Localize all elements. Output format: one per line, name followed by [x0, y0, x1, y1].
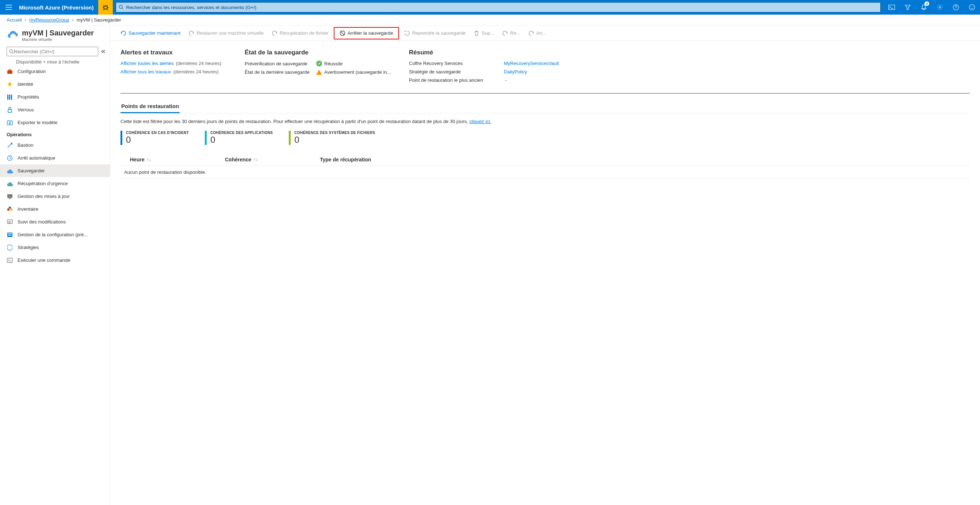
- preview-bug-button[interactable]: [98, 0, 113, 14]
- sidebar-item-label: Configuration: [18, 69, 46, 74]
- svg-point-6: [971, 6, 972, 7]
- button-label: Sup...: [482, 30, 494, 36]
- search-icon: [116, 5, 126, 10]
- counter-label: COHÉRENCE DES SYSTÈMES DE FICHIERS: [294, 131, 375, 135]
- search-icon: [9, 49, 14, 54]
- undo-icon: [528, 30, 534, 36]
- col-time[interactable]: Heure: [130, 157, 145, 162]
- restore-button: Re...: [498, 27, 523, 39]
- restore-points-table-header: Heure ↑↓ Cohérence ↑↓ Type de récupérati…: [121, 154, 970, 166]
- oldest-label: Point de restauration le plus ancien: [409, 77, 483, 83]
- toolbox-icon: [6, 68, 13, 75]
- svg-rect-26: [8, 233, 12, 234]
- sidebar-item-change-tracking[interactable]: Suivi des modifications: [0, 215, 110, 228]
- sidebar-item-cutoff[interactable]: Disponibilité + mise à l'échelle: [0, 59, 110, 65]
- content-area: Alertes et travaux Afficher toutes les a…: [110, 41, 980, 505]
- filter-link[interactable]: cliquez ici.: [469, 119, 491, 124]
- config-management-icon: [6, 231, 13, 238]
- breadcrumb-resource-group[interactable]: myResourceGroup: [29, 17, 69, 22]
- summary-title: Résumé: [409, 49, 970, 56]
- cloud-shell-button[interactable]: [884, 0, 900, 14]
- breadcrumb-home[interactable]: Accueil: [6, 17, 22, 22]
- sidebar-item-export-template[interactable]: Exporter le modèle: [0, 116, 110, 129]
- sidebar-item-run-command[interactable]: Exécuter une commande: [0, 254, 110, 266]
- view-all-jobs-link[interactable]: Afficher tous les travaux: [121, 69, 171, 75]
- jobs-period: (dernières 24 heures): [173, 69, 219, 75]
- help-button[interactable]: [948, 0, 964, 14]
- vm-backup-icon: [6, 29, 18, 41]
- sidebar-item-inventory[interactable]: Inventaire: [0, 203, 110, 215]
- cancel-button: An...: [525, 27, 550, 39]
- sidebar-item-locks[interactable]: Verrous: [0, 104, 110, 116]
- svg-point-8: [10, 49, 13, 53]
- hamburger-menu-button[interactable]: [0, 0, 18, 14]
- sidebar-item-configuration-management[interactable]: Gestion de la configuration (pré...: [0, 228, 110, 241]
- sidebar-item-label: Sauvegarder: [18, 168, 45, 174]
- filter-icon: [905, 5, 911, 10]
- sidebar-item-bastion[interactable]: Bastion: [0, 139, 110, 151]
- policy-link[interactable]: DailyPolicy: [504, 69, 527, 75]
- settings-button[interactable]: [932, 0, 948, 14]
- trash-icon: [474, 30, 479, 36]
- sidebar-item-label: Bastion: [18, 142, 33, 148]
- feedback-button[interactable]: [964, 0, 980, 14]
- empty-state-row: Aucun point de restauration disponible.: [121, 166, 970, 179]
- last-backup-value: Avertissement (sauvegarde in...: [324, 69, 391, 75]
- alerts-period: (dernières 24 heures): [176, 61, 221, 66]
- svg-point-5: [969, 5, 975, 10]
- svg-rect-12: [9, 95, 10, 100]
- backup-now-icon: [121, 30, 126, 36]
- sort-icon[interactable]: ↑↓: [147, 157, 151, 162]
- lock-icon: [6, 107, 13, 113]
- topbar: Microsoft Azure (Préversion) 4: [0, 0, 980, 14]
- sidebar-item-disaster-recovery[interactable]: Récupération d'urgence: [0, 177, 110, 190]
- chevron-left-double-icon: [101, 49, 105, 54]
- collapse-sidebar-button[interactable]: [100, 48, 106, 55]
- sidebar-group-operations: Opérations: [0, 129, 110, 139]
- sort-icon[interactable]: ↑↓: [253, 157, 258, 162]
- cloud-shell-icon: [888, 5, 895, 10]
- sidebar-search-input[interactable]: [14, 49, 95, 54]
- view-all-alerts-link[interactable]: Afficher toutes les alertes: [121, 61, 174, 66]
- stop-backup-button[interactable]: Arrêter la sauvegarde: [334, 27, 399, 40]
- global-search-input[interactable]: [126, 5, 881, 10]
- backup-state-section: État de la sauvegarde Prévérification de…: [245, 49, 398, 86]
- notifications-button[interactable]: 4: [916, 0, 932, 14]
- svg-point-1: [119, 5, 123, 8]
- sidebar-item-properties[interactable]: Propriétés: [0, 91, 110, 104]
- page-title: myVM | Sauvegarder: [22, 29, 94, 37]
- sidebar-item-label: Verrous: [18, 107, 34, 113]
- bastion-icon: [6, 142, 13, 149]
- vault-link[interactable]: MyRecoveryServicesVault: [504, 61, 559, 66]
- sidebar-item-auto-shutdown[interactable]: Arrêt automatique: [0, 151, 110, 164]
- alerts-title: Alertes et travaux: [121, 49, 234, 56]
- global-search[interactable]: [116, 2, 881, 13]
- refresh-icon: [404, 30, 410, 36]
- sidebar-search[interactable]: [6, 47, 98, 56]
- sidebar-item-configuration[interactable]: Configuration: [0, 65, 110, 78]
- properties-icon: [6, 94, 13, 100]
- col-consistency[interactable]: Cohérence: [225, 157, 251, 162]
- help-icon: [953, 4, 959, 11]
- app-consistency-counter: COHÉRENCE DES APPLICATIONS 0: [205, 131, 277, 145]
- backup-now-button[interactable]: Sauvegarder maintenant: [117, 27, 184, 39]
- update-icon: [6, 193, 13, 200]
- svg-rect-10: [9, 69, 11, 70]
- bug-icon: [102, 4, 109, 11]
- tab-restore-points[interactable]: Points de restauration: [121, 100, 180, 113]
- filesystem-consistency-counter: COHÉRENCE DES SYSTÈMES DE FICHIERS 0: [289, 131, 379, 145]
- button-label: Arrêter la sauvegarde: [348, 30, 393, 36]
- undo-icon: [272, 30, 277, 36]
- sidebar-item-update-management[interactable]: Gestion des mises à jour: [0, 190, 110, 203]
- sidebar-item-policies[interactable]: Stratégies: [0, 241, 110, 254]
- col-recovery-type[interactable]: Type de récupération: [320, 157, 371, 162]
- directory-filter-button[interactable]: [900, 0, 916, 14]
- sidebar-item-identity[interactable]: Identité: [0, 78, 110, 91]
- button-label: Récupération de fichier: [280, 30, 329, 36]
- page-header: myVM | Sauvegarder Machine virtuelle: [0, 25, 110, 45]
- svg-rect-22: [10, 209, 13, 211]
- sidebar-menu[interactable]: Disponibilité + mise à l'échelle Configu…: [0, 59, 110, 505]
- sidebar-item-backup[interactable]: Sauvegarder: [0, 164, 110, 177]
- identity-icon: [6, 81, 13, 88]
- svg-point-0: [104, 6, 107, 9]
